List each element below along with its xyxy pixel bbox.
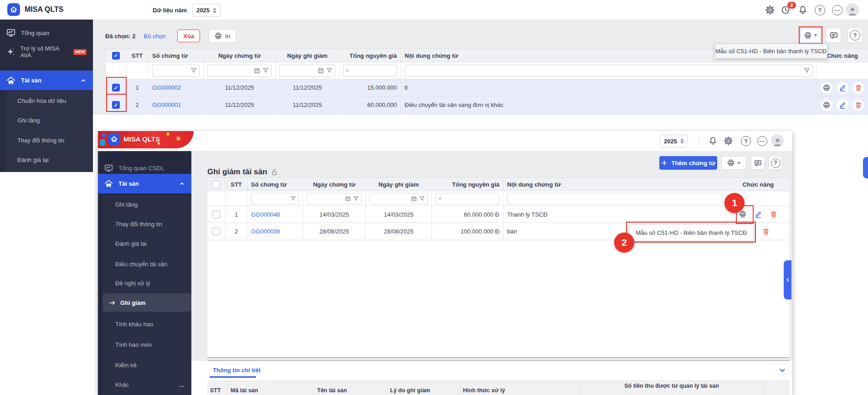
col-header-decrease-date[interactable]: Ngày ghi giảm <box>366 178 432 191</box>
print-dropdown-button[interactable] <box>801 28 821 42</box>
row-print-button[interactable] <box>821 99 832 111</box>
row-checkbox[interactable] <box>212 228 220 235</box>
submenu-item-thay-doi[interactable]: Thay đổi thông tin <box>103 214 191 233</box>
embedded-year-selector[interactable]: 2025 <box>660 135 688 147</box>
sidebar-item-assets[interactable]: Tài sản <box>98 174 191 193</box>
help-icon[interactable] <box>815 5 825 15</box>
sidebar-item-overview[interactable]: Tổng quan <box>0 23 93 42</box>
add-document-button[interactable]: Thêm chứng từ <box>659 156 717 170</box>
sidebar-item-label: Tổng quan CSDL <box>118 165 164 172</box>
submenu-item-tinh-hao-mon[interactable]: Tính hao mòn <box>103 335 191 354</box>
feedback-icon[interactable] <box>826 28 841 43</box>
col-header-decrease-date[interactable]: Ngày ghi giảm <box>276 49 339 62</box>
col-header-total-cost[interactable]: Tổng nguyên giá <box>339 49 401 62</box>
submenu-item-ghi-tang[interactable]: Ghi tăng <box>103 195 191 214</box>
collapse-chevron-icon[interactable] <box>778 366 786 375</box>
col-header-doc-date[interactable]: Ngày chứng từ <box>204 49 276 62</box>
support-icon[interactable] <box>847 28 863 43</box>
user-avatar[interactable] <box>771 134 784 147</box>
year-selector[interactable]: 2025 <box>192 4 221 17</box>
bell-icon[interactable] <box>798 5 807 15</box>
doc-no-link[interactable]: GG000002 <box>152 84 181 91</box>
table-row[interactable]: 1 GG000048 14/03/2025 14/03/2025 60.000.… <box>207 206 790 223</box>
doc-no-link[interactable]: GG000048 <box>251 211 280 218</box>
submenu-item-danh-gia[interactable]: Đánh giá lại <box>5 150 93 170</box>
filter-doc-no[interactable] <box>152 65 200 77</box>
horizontal-scrollbar[interactable] <box>207 357 790 361</box>
collapse-panel-handle[interactable] <box>784 260 791 299</box>
sidebar-item-assets[interactable]: Tài sản <box>0 71 93 90</box>
equals-operator[interactable]: = <box>346 67 349 74</box>
filter-doc-date[interactable] <box>207 65 272 77</box>
row-checkbox[interactable] <box>112 101 120 109</box>
col-header-doc-date[interactable]: Ngày chứng từ <box>303 178 366 191</box>
doc-no-link[interactable]: GG000038 <box>251 228 280 235</box>
submenu-item-thay-doi[interactable]: Thay đổi thông tin <box>5 131 93 150</box>
table-row[interactable]: 1 GG000002 11/12/2025 11/12/2025 15.000.… <box>106 79 868 96</box>
filter-doc-date[interactable] <box>307 193 362 204</box>
filter-decrease-date[interactable] <box>370 193 428 204</box>
sidebar-item-assistant[interactable]: Trợ lý số MISA AVA NEW <box>0 42 93 61</box>
submenu-item-tinh-khau-hao[interactable]: Tính khấu hao <box>103 314 191 334</box>
doc-no-link[interactable]: GG000001 <box>152 101 181 108</box>
select-all-checkbox[interactable] <box>112 52 120 60</box>
col-header-stt[interactable]: STT <box>226 178 247 191</box>
row-edit-button[interactable] <box>837 99 848 111</box>
filter-description[interactable] <box>405 65 813 77</box>
delete-button[interactable]: Xóa <box>177 30 200 42</box>
col-header-doc-no[interactable]: Số chứng từ <box>149 49 204 62</box>
settings-icon[interactable] <box>765 5 775 15</box>
filter-description[interactable] <box>507 193 723 204</box>
col-header-description[interactable]: Nội dung chứng từ <box>503 178 727 191</box>
row-edit-button[interactable] <box>837 82 848 94</box>
row-print-button[interactable] <box>739 211 746 218</box>
filter-total-cost[interactable]: = <box>436 193 499 204</box>
settings-icon[interactable] <box>724 137 733 145</box>
print-button[interactable]: In <box>209 29 236 43</box>
row-checkbox[interactable] <box>212 211 220 218</box>
submenu-item-kiem-ke[interactable]: Kiểm kê <box>103 355 191 375</box>
year-spinner-icon[interactable] <box>213 8 216 13</box>
row-delete-button[interactable] <box>853 82 864 94</box>
deselect-link[interactable]: Bỏ chọn <box>144 33 165 40</box>
year-spinner-icon[interactable] <box>680 138 684 144</box>
row-print-button[interactable] <box>821 82 832 94</box>
cell-doc-date: 11/12/2025 <box>204 79 276 96</box>
row-delete-button[interactable] <box>770 211 777 218</box>
equals-operator[interactable]: = <box>438 195 442 202</box>
help-icon[interactable] <box>741 136 751 146</box>
bell-icon[interactable] <box>709 137 717 145</box>
row-delete-button[interactable] <box>762 228 770 235</box>
support-icon[interactable] <box>769 156 782 170</box>
print-menu-item[interactable]: Mẫu số C51-HD - Biên bản thanh lý TSCĐ <box>629 224 754 241</box>
submenu-item-ghi-giam-active[interactable]: Ghi giảm <box>103 294 191 312</box>
user-avatar[interactable] <box>846 3 859 16</box>
row-checkbox[interactable] <box>112 84 120 91</box>
tab-underline <box>210 376 256 378</box>
collapse-panel-handle[interactable] <box>863 157 868 178</box>
embedded-table: STT Số chứng từ Ngày chứng từ Ngày ghi g… <box>207 177 790 360</box>
submenu-item-khac[interactable]: Khác <box>103 375 191 394</box>
filter-total-cost[interactable]: = <box>343 65 397 77</box>
more-options-icon[interactable] <box>757 136 767 146</box>
submenu-item-de-nghi[interactable]: Đề nghị xử lý <box>103 273 191 293</box>
more-options-icon[interactable] <box>832 5 842 15</box>
filter-doc-no[interactable] <box>251 193 299 204</box>
row-edit-button[interactable] <box>755 211 762 218</box>
tab-detail-info[interactable]: Thông tin chi tiết <box>213 367 261 374</box>
col-header-stt[interactable]: STT <box>126 49 149 62</box>
col-header-doc-no[interactable]: Số chứng từ <box>247 178 303 191</box>
submenu-item-chuan-hoa[interactable]: Chuẩn hóa dữ liệu <box>5 91 93 111</box>
submenu-item-danh-gia[interactable]: Đánh giá lại <box>103 234 191 253</box>
detail-table-header: STT Mã tài sản Tên tài sản Lý do ghi giả… <box>207 380 790 395</box>
table-row[interactable]: 2 GG000001 11/12/2025 11/12/2025 60.000.… <box>106 96 868 114</box>
submenu-item-dieu-chuyen[interactable]: Điều chuyển tài sản <box>103 254 191 273</box>
feedback-icon[interactable] <box>751 156 765 170</box>
select-all-checkbox[interactable] <box>212 181 220 188</box>
row-delete-button[interactable] <box>853 99 864 111</box>
col-header-total-cost[interactable]: Tổng nguyên giá <box>432 178 503 191</box>
app-logo-icon <box>7 3 20 16</box>
submenu-item-ghi-tang[interactable]: Ghi tăng <box>5 111 93 130</box>
filter-decrease-date[interactable] <box>279 65 335 77</box>
print-dropdown-button[interactable] <box>721 156 746 170</box>
